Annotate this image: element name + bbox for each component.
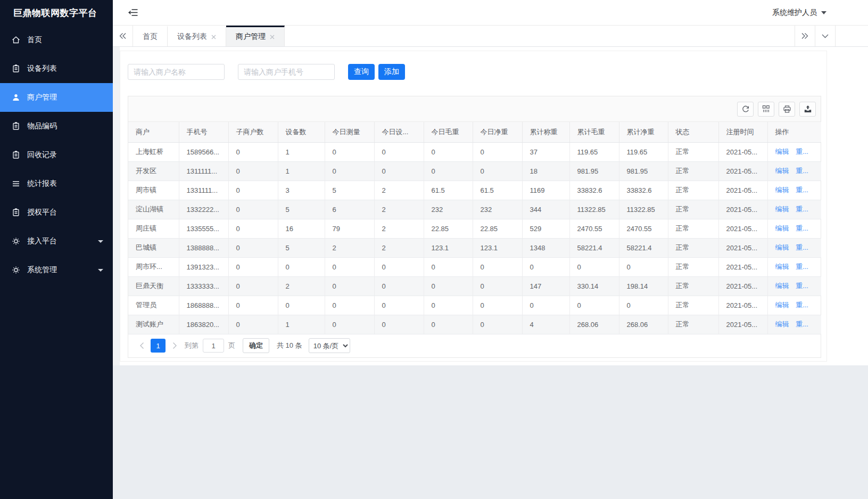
cell-total-net: 2470.55 [619, 219, 668, 238]
tab-close-icon[interactable] [270, 35, 275, 39]
cell-devices: 1 [278, 161, 325, 181]
more-action-link[interactable]: 重... [796, 148, 808, 156]
columns-button[interactable] [758, 102, 774, 117]
column-header: 累计称重 [522, 122, 569, 142]
cell-total-gross: 58221.4 [569, 238, 619, 257]
tabs-menu-button[interactable] [815, 26, 835, 46]
sidebar-item-label: 回收记录 [27, 150, 57, 160]
sidebar-item-access-platform[interactable]: 接入平台 [0, 227, 113, 256]
page-number-button[interactable]: 1 [151, 339, 166, 353]
cell-actions: 编辑 重... [767, 257, 821, 276]
refresh-button[interactable] [737, 102, 754, 117]
more-action-link[interactable]: 重... [796, 263, 808, 271]
more-action-link[interactable]: 重... [796, 186, 808, 194]
search-button[interactable]: 查询 [348, 64, 375, 80]
merchant-phone-input[interactable] [238, 64, 335, 80]
topbar: 系统维护人员 [113, 0, 868, 26]
user-menu[interactable]: 系统维护人员 [772, 8, 826, 18]
edit-link[interactable]: 编辑 [775, 243, 789, 251]
cell-actions: 编辑 重... [767, 296, 821, 315]
recycle-record-icon [12, 151, 20, 159]
edit-link[interactable]: 编辑 [775, 320, 789, 328]
sidebar-item-report[interactable]: 统计报表 [0, 169, 113, 198]
cell-today-measure: 2 [325, 238, 374, 257]
cell-phone: 1335555... [179, 219, 228, 238]
cell-sub-merchants: 0 [228, 200, 278, 219]
prev-page-button[interactable] [136, 339, 147, 353]
column-header: 操作 [767, 122, 821, 142]
column-header: 商户 [128, 122, 179, 142]
cell-merchant: 管理员 [128, 296, 179, 315]
edit-link[interactable]: 编辑 [775, 205, 789, 213]
cell-today-measure: 0 [325, 315, 374, 334]
tabs-scroll-right-button[interactable] [795, 26, 815, 46]
more-action-link[interactable]: 重... [796, 243, 808, 251]
edit-link[interactable]: 编辑 [775, 263, 789, 271]
cell-today-gross: 0 [424, 296, 473, 315]
sidebar-item-authorize-platform[interactable]: 授权平台 [0, 198, 113, 227]
cell-phone: 1388888... [179, 238, 228, 257]
confirm-button[interactable]: 确定 [243, 338, 269, 353]
column-header: 今日设... [374, 122, 424, 142]
sidebar-item-merchant-manage[interactable]: 商户管理 [0, 83, 113, 112]
tab-merchant-manage[interactable]: 商户管理 [226, 26, 285, 46]
goto-page-input[interactable] [203, 339, 224, 353]
sidebar-item-device-list[interactable]: 设备列表 [0, 54, 113, 83]
cell-status: 正常 [668, 315, 718, 334]
more-action-link[interactable]: 重... [796, 282, 808, 290]
tab-close-icon[interactable] [211, 35, 216, 39]
cell-devices: 3 [278, 181, 325, 200]
cell-today-net: 0 [473, 276, 522, 296]
tab-home[interactable]: 首页 [133, 26, 168, 46]
sidebar-collapse-icon[interactable] [128, 9, 138, 17]
cell-today-measure: 0 [325, 296, 374, 315]
more-action-link[interactable]: 重... [796, 301, 808, 309]
table-row: 管理员 1868888... 0 0 0 0 0 0 0 0 0 [128, 296, 821, 315]
cell-today-gross: 0 [424, 257, 473, 276]
edit-link[interactable]: 编辑 [775, 167, 789, 175]
cell-total-weigh: 18 [522, 161, 569, 181]
sidebar-item-system-manage[interactable]: 系统管理 [0, 256, 113, 284]
access-platform-icon [12, 237, 20, 246]
cell-sub-merchants: 0 [228, 315, 278, 334]
cell-sub-merchants: 0 [228, 238, 278, 257]
cell-merchant: 上海虹桥 [128, 142, 179, 161]
cell-today-measure: 0 [325, 142, 374, 161]
table-row: 开发区 1311111... 0 1 0 0 0 0 18 981.95 981 [128, 161, 821, 181]
add-button[interactable]: 添加 [378, 64, 405, 80]
page-size-select[interactable]: 10 条/页 [309, 338, 350, 353]
sidebar-item-item-code[interactable]: 物品编码 [0, 112, 113, 141]
cell-today-net: 22.85 [473, 219, 522, 238]
cell-actions: 编辑 重... [767, 238, 821, 257]
cell-today-device: 2 [374, 200, 424, 219]
cell-total-weigh: 147 [522, 276, 569, 296]
cell-status: 正常 [668, 181, 718, 200]
cell-today-gross: 232 [424, 200, 473, 219]
next-page-button[interactable] [169, 339, 180, 353]
sidebar-item-recycle-record[interactable]: 回收记录 [0, 141, 113, 169]
edit-link[interactable]: 编辑 [775, 186, 789, 194]
cell-status: 正常 [668, 200, 718, 219]
tab-device-list[interactable]: 设备列表 [168, 26, 226, 46]
edit-link[interactable]: 编辑 [775, 224, 789, 232]
table-row: 周市环... 1391323... 0 0 0 0 0 0 0 0 0 [128, 257, 821, 276]
cell-today-measure: 0 [325, 276, 374, 296]
merchant-name-input[interactable] [128, 64, 225, 80]
edit-link[interactable]: 编辑 [775, 282, 789, 290]
column-header: 今日测量 [325, 122, 374, 142]
edit-link[interactable]: 编辑 [775, 148, 789, 156]
cell-actions: 编辑 重... [767, 276, 821, 296]
edit-link[interactable]: 编辑 [775, 301, 789, 309]
print-button[interactable] [779, 102, 795, 117]
more-action-link[interactable]: 重... [796, 167, 808, 175]
more-action-link[interactable]: 重... [796, 205, 808, 213]
export-button[interactable] [799, 102, 816, 117]
tabs-scroll-left-button[interactable] [113, 26, 133, 46]
more-action-link[interactable]: 重... [796, 224, 808, 232]
cell-status: 正常 [668, 161, 718, 181]
sidebar-item-home[interactable]: 首页 [0, 26, 113, 54]
cell-total-gross: 268.06 [569, 315, 619, 334]
more-action-link[interactable]: 重... [796, 320, 808, 328]
cell-total-net: 58221.4 [619, 238, 668, 257]
cell-today-net: 0 [473, 296, 522, 315]
